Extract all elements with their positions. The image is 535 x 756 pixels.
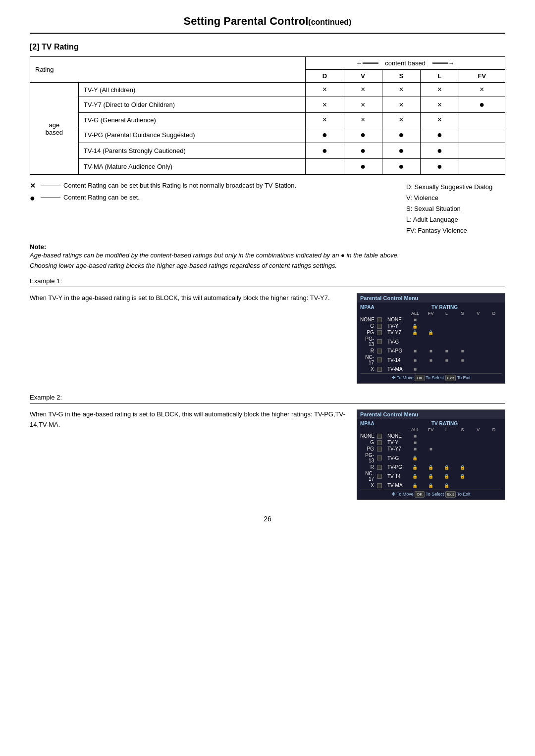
screen-data-row: PG-13TV-G (360, 336, 502, 347)
mpaa-label: G (360, 440, 374, 445)
cell-s: ● (382, 127, 420, 143)
tv-cell: TV-G (387, 339, 502, 345)
screen-cell: 🔒 (423, 465, 439, 470)
sub-header: S (454, 311, 470, 316)
screen-title-bar: Parental Control Menu (357, 294, 505, 302)
legend-right-item: FV: Fantasy Violence (406, 225, 505, 236)
screen-data-row: NONENONE■ (360, 317, 502, 322)
example2-screen: Parental Control MenuMPAATV RATINGALLFVL… (357, 409, 505, 500)
note-line: Age-based ratings can be modified by the… (30, 251, 505, 261)
age-based-label: age based (30, 83, 79, 175)
page-number: 26 (30, 515, 505, 523)
note-section: Note: Age-based ratings can be modified … (30, 243, 505, 271)
tv-cell: NONE■ (387, 317, 502, 322)
mpaa-label: PG-13 (360, 453, 374, 463)
legend-x-symbol: ✕ (30, 182, 38, 190)
tv-label: TV-G (387, 455, 407, 461)
legend-dot-line (41, 198, 60, 198)
tv-cell: NONE■ (387, 433, 502, 439)
row-label: TV-14 (Parents Strongly Cautioned) (78, 143, 305, 159)
screen-data-row: GTV-Y■ (360, 440, 502, 445)
screen-cell: ■ (407, 348, 423, 353)
screen-data-row: PG-13TV-G🔒 (360, 453, 502, 463)
tv-cell: TV-Y7■■ (387, 446, 502, 452)
note-label: Note: (30, 243, 46, 251)
mpaa-label: PG-13 (360, 336, 374, 347)
sub-header: L (439, 311, 455, 316)
sub-header: FV (423, 311, 439, 316)
mpaa-cell: PG-13 (360, 453, 387, 463)
example1-header: Example 1: (30, 277, 505, 285)
screen-cell: ■ (407, 446, 423, 452)
rating-label: Rating (30, 57, 306, 83)
rating-table: Rating ←━━━━ content based ━━━━→ D V S L… (30, 56, 505, 175)
screen-cell: 🔒 (439, 474, 455, 479)
tv-rating-label: TV RATING (387, 304, 502, 310)
tv-rating-header-wrap: TV RATINGALLFVLSVD (387, 304, 502, 316)
screen-cell: ■ (423, 357, 439, 363)
legend-right-item: V: Violence (406, 193, 505, 203)
cell-l: ● (421, 143, 459, 159)
example1-content: When TV-Y in the age-based rating is set… (30, 293, 505, 384)
sub-header: FV (423, 427, 439, 432)
screen-body: MPAATV RATINGALLFVLSVDNONENONE■GTV-Y🔒PGT… (357, 302, 505, 383)
example2-header: Example 2: (30, 394, 505, 401)
screen-data-row: XTV-MA🔒🔒🔒 (360, 483, 502, 488)
cell-s: ● (382, 159, 420, 175)
mpaa-cell: G (360, 440, 387, 445)
mpaa-cell: NONE (360, 317, 387, 322)
cell-v: × (344, 83, 382, 97)
mpaa-square (377, 440, 382, 445)
row-label: TV-PG (Parental Guidance Suggested) (78, 127, 305, 143)
mpaa-label: PG (360, 330, 374, 335)
example1-text: When TV-Y in the age-based rating is set… (30, 293, 347, 303)
screen-cell: 🔒 (407, 483, 423, 488)
screen-cell: ■ (454, 357, 470, 363)
screen-cell: 🔒 (407, 330, 423, 335)
screen-data-row: GTV-Y🔒 (360, 323, 502, 329)
mpaa-label: G (360, 323, 374, 329)
row-label: TV-Y7 (Direct to Older Children) (78, 97, 305, 113)
screen-body: MPAATV RATINGALLFVLSVDNONENONE■GTV-Y■PGT… (357, 419, 505, 500)
screen-header-row: MPAATV RATINGALLFVLSVD (360, 304, 502, 316)
mpaa-label: NONE (360, 317, 374, 322)
cell-l: ● (421, 159, 459, 175)
screen-data-row: RTV-PG🔒🔒🔒🔒 (360, 464, 502, 470)
screen-footer: ✤ To Move OK To Select Exit To Exit (360, 490, 502, 498)
example2-divider (30, 403, 505, 403)
cell-d: × (306, 83, 344, 97)
content-based-label: content based (385, 59, 426, 67)
sub-header: D (486, 311, 502, 316)
screen-cell: ■ (439, 357, 455, 363)
screen-data-row: XTV-MA■ (360, 366, 502, 372)
mpaa-square (377, 447, 382, 452)
mpaa-label: NONE (360, 433, 374, 439)
mpaa-cell: PG (360, 446, 387, 452)
mpaa-cell: PG-13 (360, 336, 387, 347)
tv-cell: TV-14■■■■ (387, 357, 502, 363)
cell-l: ● (421, 127, 459, 143)
tv-label: TV-14 (387, 474, 407, 479)
legend-dot-row: ● Content Rating can be set. (30, 194, 386, 202)
row-label: TV-MA (Mature Audience Only) (78, 159, 305, 175)
mpaa-label: R (360, 464, 374, 470)
col-l: L (421, 70, 459, 83)
tv-cell: TV-PG■■■■ (387, 348, 502, 353)
screen-data-row: NC-17TV-14■■■■ (360, 354, 502, 365)
mpaa-square (377, 434, 382, 439)
mpaa-square (377, 324, 382, 329)
legend-x-row: ✕ Content Rating can be set but this Rat… (30, 182, 386, 190)
sub-headers: ALLFVLSVD (387, 311, 502, 316)
cell-d: × (306, 113, 344, 127)
mpaa-cell: X (360, 483, 387, 488)
mpaa-col-header: MPAA (360, 304, 387, 316)
cell-s: × (382, 97, 420, 113)
page-title: Setting Parental Control(continued) (30, 15, 505, 34)
cell-fv: ● (459, 97, 505, 113)
tv-cell: TV-Y■ (387, 440, 502, 445)
sub-header: ALL (407, 427, 423, 432)
screen-cell: 🔒 (439, 465, 455, 470)
tv-rating-label: TV RATING (387, 421, 502, 426)
section-header: [2] TV Rating (30, 43, 505, 51)
mpaa-square (377, 483, 382, 488)
